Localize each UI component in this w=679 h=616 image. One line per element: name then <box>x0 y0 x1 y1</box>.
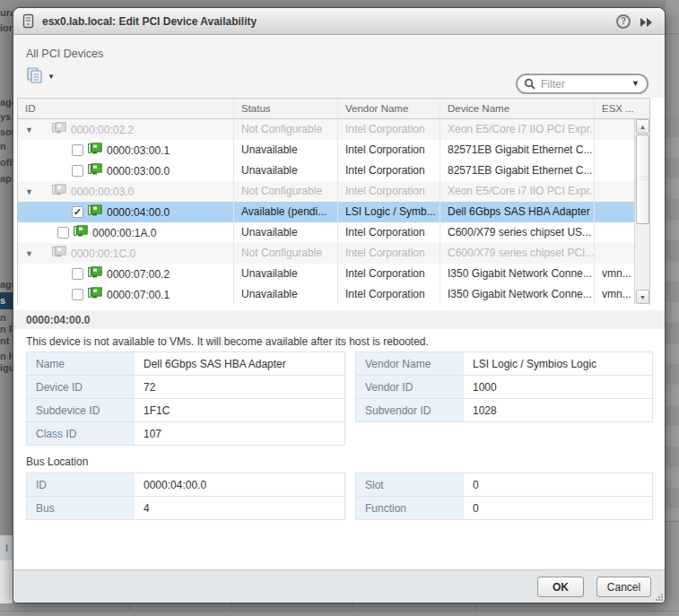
dialog-body: All PCI Devices ▼ ▼ IDStatusVendor <box>13 36 665 569</box>
background-text-fragment: ofil <box>0 157 13 168</box>
device-id-label: 0000:03:00.0 <box>107 161 170 181</box>
column-header-status[interactable]: Status <box>233 99 337 118</box>
detail-row: Vendor ID1000 <box>356 376 652 399</box>
help-icon[interactable]: ? <box>616 14 631 29</box>
background-table-header-fragment: I <box>5 542 8 553</box>
background-bottom-strip <box>0 603 679 616</box>
detail-row: Subvendor ID1028 <box>356 399 652 422</box>
device-id-cell: 0000:07:00.2 <box>18 264 233 284</box>
column-header-device-name[interactable]: Device Name <box>440 99 594 118</box>
device-id-cell: 0000:07:00.1 <box>18 284 233 305</box>
resize-grip[interactable] <box>655 593 663 601</box>
scrollbar-thumb[interactable]: ::: <box>636 134 649 224</box>
detail-value: 1F1C <box>135 399 344 421</box>
device-availability-note: This device is not available to VMs. It … <box>26 335 429 348</box>
scroll-up-button[interactable]: ▲ <box>636 119 649 134</box>
host-icon <box>22 13 34 32</box>
device-id-label: 0000:00:1A.0 <box>92 223 156 243</box>
vendor-name-cell: Intel Corporation <box>337 222 440 243</box>
status-cell: Unavailable <box>233 264 337 284</box>
vendor-name-cell: Intel Corporation <box>337 161 440 181</box>
table-header-row: IDStatusVendor NameDevice NameESX ... <box>18 99 649 119</box>
device-checkbox[interactable] <box>72 165 83 177</box>
background-text-fragment: nt <box>0 335 13 346</box>
dialog-titlebar[interactable]: esx0.lab.local: Edit PCI Device Availabi… <box>13 8 665 35</box>
detail-row: Vendor NameLSI Logic / Symbios Logic <box>356 352 652 376</box>
column-header-esx[interactable]: ESX ... <box>594 99 649 118</box>
vendor-name-cell: Intel Corporation <box>337 140 440 161</box>
background-text-fragment: ys <box>0 111 13 122</box>
background-text-fragment: s <box>0 295 13 306</box>
detail-label: Vendor Name <box>356 352 464 375</box>
pci-card-icon <box>88 266 102 278</box>
detail-row: Class ID107 <box>27 422 344 446</box>
selected-device-band: 0000:04:00.0 <box>13 310 665 329</box>
table-row[interactable]: 0000:03:00.0UnavailableIntel Corporation… <box>18 161 649 181</box>
table-row[interactable]: 0000:00:1A.0UnavailableIntel Corporation… <box>18 222 649 243</box>
double-arrow-icon[interactable] <box>640 15 654 31</box>
status-cell: Unavailable <box>233 140 337 161</box>
copy-icon <box>26 66 44 84</box>
detail-value: 0000:04:00.0 <box>135 473 344 496</box>
table-row[interactable]: ✓0000:04:00.0Available (pendi...LSI Logi… <box>18 202 649 222</box>
device-checkbox[interactable] <box>72 289 83 300</box>
detail-label: Function <box>356 497 464 519</box>
device-id-label: 0000:00:1C.0 <box>71 244 135 264</box>
detail-label: Name <box>27 352 135 375</box>
device-name-cell: Xeon E5/Core i7 IIO PCI Expr... <box>440 181 594 202</box>
table-row[interactable]: 0000:03:00.1UnavailableIntel Corporation… <box>18 140 649 161</box>
pci-card-icon <box>52 182 66 202</box>
background-text-fragment: n <box>0 141 13 152</box>
pci-card-icon <box>88 143 102 154</box>
device-name-cell: C600/X79 series chipset PCI... <box>440 243 594 264</box>
copy-to-clipboard-button[interactable]: ▼ <box>26 66 57 86</box>
filter-search-box[interactable]: ▼ <box>516 74 649 94</box>
device-id-label: 0000:07:00.2 <box>107 265 170 284</box>
detail-value: LSI Logic / Symbios Logic <box>464 352 652 375</box>
vertical-scrollbar[interactable]: ▲ ::: ▼ <box>634 119 649 304</box>
background-text-fragment: igu <box>0 362 13 373</box>
pci-card-icon <box>74 223 88 243</box>
column-header-vendor-name[interactable]: Vendor Name <box>337 99 440 118</box>
status-cell: Not Configurable <box>233 243 337 264</box>
table-row[interactable]: 0000:07:00.1UnavailableIntel Corporation… <box>18 284 649 305</box>
detail-label: Subvendor ID <box>356 399 464 421</box>
dialog-footer: OK Cancel <box>13 569 665 603</box>
background-text-fragment: sou <box>0 126 13 137</box>
column-header-id[interactable]: ID <box>18 99 233 118</box>
vendor-name-cell: Intel Corporation <box>337 243 440 264</box>
pci-device-table: IDStatusVendor NameDevice NameESX ... ▼0… <box>17 98 650 305</box>
scroll-down-button[interactable]: ▼ <box>636 290 649 304</box>
device-name-cell: Xeon E5/Core i7 IIO PCI Expr... <box>440 119 594 140</box>
table-row[interactable]: ▼0000:00:1C.0Not ConfigurableIntel Corpo… <box>18 243 649 264</box>
device-name-cell: I350 Gigabit Network Conne... <box>440 284 594 305</box>
tree-expand-icon[interactable]: ▼ <box>25 244 34 264</box>
detail-label: Vendor ID <box>356 376 464 398</box>
filter-input[interactable] <box>541 77 626 91</box>
tree-expand-icon[interactable]: ▼ <box>25 182 34 202</box>
background-text-fragment: n <box>0 312 13 323</box>
background-text-fragment: ion <box>0 22 13 33</box>
detail-row: Bus4 <box>27 497 344 520</box>
device-checkbox[interactable] <box>72 144 83 156</box>
tree-expand-icon[interactable]: ▼ <box>25 120 34 140</box>
background-text-fragment: n R <box>0 324 13 334</box>
ok-button[interactable]: OK <box>537 577 584 597</box>
detail-value: 72 <box>135 376 344 398</box>
device-id-cell: ✓0000:04:00.0 <box>18 202 233 222</box>
detail-row: Slot0 <box>356 473 652 497</box>
background-text-fragment: age <box>0 97 13 108</box>
table-row[interactable]: 0000:07:00.2UnavailableIntel Corporation… <box>18 264 649 284</box>
filter-dropdown-icon[interactable]: ▼ <box>631 79 640 88</box>
chevron-down-icon: ▼ <box>48 73 55 81</box>
pci-card-icon <box>52 244 66 264</box>
device-checkbox[interactable] <box>57 227 69 239</box>
table-row[interactable]: ▼0000:00:03.0Not ConfigurableIntel Corpo… <box>18 181 649 202</box>
device-checkbox[interactable] <box>72 268 83 280</box>
device-id-cell: 0000:03:00.1 <box>18 140 233 161</box>
background-right-strip <box>666 0 679 616</box>
cancel-button[interactable]: Cancel <box>596 577 651 597</box>
table-row[interactable]: ▼0000:00:02.2Not ConfigurableIntel Corpo… <box>18 119 649 140</box>
status-cell: Not Configurable <box>233 181 337 202</box>
device-checkbox[interactable]: ✓ <box>72 206 83 218</box>
